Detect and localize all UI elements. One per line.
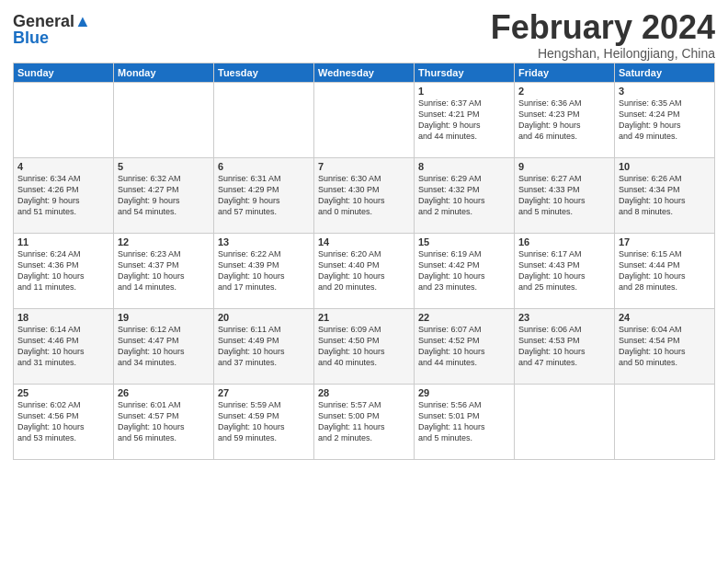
calendar-week-5: 25Sunrise: 6:02 AM Sunset: 4:56 PM Dayli… (14, 384, 715, 459)
day-number: 23 (518, 312, 610, 323)
calendar-container: General▲ Blue February 2024 Hengshan, He… (0, 0, 728, 465)
day-number: 26 (118, 387, 210, 398)
day-content: Sunrise: 6:27 AM Sunset: 4:33 PM Dayligh… (518, 173, 610, 218)
day-content: Sunrise: 6:04 AM Sunset: 4:54 PM Dayligh… (619, 324, 711, 369)
calendar-cell: 16Sunrise: 6:17 AM Sunset: 4:43 PM Dayli… (515, 233, 615, 308)
calendar-table: Sunday Monday Tuesday Wednesday Thursday… (13, 63, 715, 460)
day-content: Sunrise: 6:02 AM Sunset: 4:56 PM Dayligh… (17, 399, 109, 444)
calendar-cell (214, 82, 314, 157)
calendar-cell: 25Sunrise: 6:02 AM Sunset: 4:56 PM Dayli… (14, 384, 114, 459)
day-content: Sunrise: 6:15 AM Sunset: 4:44 PM Dayligh… (619, 248, 711, 293)
day-content: Sunrise: 5:56 AM Sunset: 5:01 PM Dayligh… (418, 399, 510, 444)
day-content: Sunrise: 6:34 AM Sunset: 4:26 PM Dayligh… (17, 173, 109, 218)
day-content: Sunrise: 6:23 AM Sunset: 4:37 PM Dayligh… (118, 248, 210, 293)
day-number: 13 (218, 236, 310, 247)
calendar-week-3: 11Sunrise: 6:24 AM Sunset: 4:36 PM Dayli… (14, 233, 715, 308)
calendar-cell: 18Sunrise: 6:14 AM Sunset: 4:46 PM Dayli… (14, 308, 114, 384)
day-number: 3 (619, 86, 711, 97)
calendar-cell (515, 384, 615, 459)
calendar-cell: 26Sunrise: 6:01 AM Sunset: 4:57 PM Dayli… (114, 384, 214, 459)
calendar-cell: 15Sunrise: 6:19 AM Sunset: 4:42 PM Dayli… (415, 233, 515, 308)
calendar-cell: 7Sunrise: 6:30 AM Sunset: 4:30 PM Daylig… (314, 157, 415, 233)
day-content: Sunrise: 6:01 AM Sunset: 4:57 PM Dayligh… (118, 399, 210, 444)
day-number: 1 (418, 86, 510, 97)
calendar-cell: 27Sunrise: 5:59 AM Sunset: 4:59 PM Dayli… (214, 384, 314, 459)
col-sunday: Sunday (14, 63, 114, 82)
day-number: 2 (518, 86, 610, 97)
calendar-cell: 9Sunrise: 6:27 AM Sunset: 4:33 PM Daylig… (515, 157, 615, 233)
calendar-cell: 28Sunrise: 5:57 AM Sunset: 5:00 PM Dayli… (314, 384, 415, 459)
calendar-cell: 2Sunrise: 6:36 AM Sunset: 4:23 PM Daylig… (515, 82, 615, 157)
day-number: 14 (318, 236, 410, 247)
calendar-cell: 10Sunrise: 6:26 AM Sunset: 4:34 PM Dayli… (615, 157, 715, 233)
calendar-cell: 23Sunrise: 6:06 AM Sunset: 4:53 PM Dayli… (515, 308, 615, 384)
day-number: 22 (418, 312, 510, 323)
day-number: 7 (318, 161, 410, 172)
calendar-cell: 13Sunrise: 6:22 AM Sunset: 4:39 PM Dayli… (214, 233, 314, 308)
col-thursday: Thursday (415, 63, 515, 82)
day-number: 12 (118, 236, 210, 247)
header: General▲ Blue February 2024 Hengshan, He… (13, 9, 715, 61)
calendar-cell: 1Sunrise: 6:37 AM Sunset: 4:21 PM Daylig… (415, 82, 515, 157)
day-content: Sunrise: 6:30 AM Sunset: 4:30 PM Dayligh… (318, 173, 410, 218)
col-saturday: Saturday (615, 63, 715, 82)
calendar-cell: 6Sunrise: 6:31 AM Sunset: 4:29 PM Daylig… (214, 157, 314, 233)
day-number: 8 (418, 161, 510, 172)
calendar-cell: 24Sunrise: 6:04 AM Sunset: 4:54 PM Dayli… (615, 308, 715, 384)
day-content: Sunrise: 5:59 AM Sunset: 4:59 PM Dayligh… (218, 399, 310, 444)
calendar-week-4: 18Sunrise: 6:14 AM Sunset: 4:46 PM Dayli… (14, 308, 715, 384)
calendar-cell (615, 384, 715, 459)
calendar-cell: 5Sunrise: 6:32 AM Sunset: 4:27 PM Daylig… (114, 157, 214, 233)
logo: General▲ Blue (13, 13, 91, 48)
day-number: 20 (218, 312, 310, 323)
col-wednesday: Wednesday (314, 63, 415, 82)
calendar-cell: 3Sunrise: 6:35 AM Sunset: 4:24 PM Daylig… (615, 82, 715, 157)
day-content: Sunrise: 6:17 AM Sunset: 4:43 PM Dayligh… (518, 248, 610, 293)
day-number: 24 (619, 312, 711, 323)
day-number: 29 (418, 387, 510, 398)
col-monday: Monday (114, 63, 214, 82)
title-block: February 2024 Hengshan, Heilongjiang, Ch… (491, 9, 715, 61)
day-number: 11 (17, 236, 109, 247)
day-content: Sunrise: 6:07 AM Sunset: 4:52 PM Dayligh… (418, 324, 510, 369)
col-friday: Friday (515, 63, 615, 82)
day-content: Sunrise: 6:11 AM Sunset: 4:49 PM Dayligh… (218, 324, 310, 369)
day-content: Sunrise: 6:32 AM Sunset: 4:27 PM Dayligh… (118, 173, 210, 218)
day-content: Sunrise: 6:22 AM Sunset: 4:39 PM Dayligh… (218, 248, 310, 293)
day-content: Sunrise: 6:37 AM Sunset: 4:21 PM Dayligh… (418, 98, 510, 143)
month-title: February 2024 (491, 9, 715, 46)
calendar-cell: 19Sunrise: 6:12 AM Sunset: 4:47 PM Dayli… (114, 308, 214, 384)
day-number: 17 (619, 236, 711, 247)
day-content: Sunrise: 6:20 AM Sunset: 4:40 PM Dayligh… (318, 248, 410, 293)
day-content: Sunrise: 6:31 AM Sunset: 4:29 PM Dayligh… (218, 173, 310, 218)
calendar-week-1: 1Sunrise: 6:37 AM Sunset: 4:21 PM Daylig… (14, 82, 715, 157)
logo-line2: Blue (13, 29, 91, 48)
calendar-cell: 21Sunrise: 6:09 AM Sunset: 4:50 PM Dayli… (314, 308, 415, 384)
day-content: Sunrise: 6:36 AM Sunset: 4:23 PM Dayligh… (518, 98, 610, 143)
day-number: 9 (518, 161, 610, 172)
day-number: 19 (118, 312, 210, 323)
calendar-cell: 17Sunrise: 6:15 AM Sunset: 4:44 PM Dayli… (615, 233, 715, 308)
day-content: Sunrise: 6:14 AM Sunset: 4:46 PM Dayligh… (17, 324, 109, 369)
day-number: 21 (318, 312, 410, 323)
day-number: 6 (218, 161, 310, 172)
calendar-cell: 20Sunrise: 6:11 AM Sunset: 4:49 PM Dayli… (214, 308, 314, 384)
day-content: Sunrise: 6:26 AM Sunset: 4:34 PM Dayligh… (619, 173, 711, 218)
day-number: 10 (619, 161, 711, 172)
day-content: Sunrise: 6:09 AM Sunset: 4:50 PM Dayligh… (318, 324, 410, 369)
calendar-cell: 14Sunrise: 6:20 AM Sunset: 4:40 PM Dayli… (314, 233, 415, 308)
day-content: Sunrise: 6:19 AM Sunset: 4:42 PM Dayligh… (418, 248, 510, 293)
day-number: 15 (418, 236, 510, 247)
day-number: 4 (17, 161, 109, 172)
day-number: 28 (318, 387, 410, 398)
calendar-cell: 22Sunrise: 6:07 AM Sunset: 4:52 PM Dayli… (415, 308, 515, 384)
day-number: 27 (218, 387, 310, 398)
calendar-cell: 4Sunrise: 6:34 AM Sunset: 4:26 PM Daylig… (14, 157, 114, 233)
subtitle: Hengshan, Heilongjiang, China (491, 46, 715, 61)
day-content: Sunrise: 6:35 AM Sunset: 4:24 PM Dayligh… (619, 98, 711, 143)
col-tuesday: Tuesday (214, 63, 314, 82)
day-number: 5 (118, 161, 210, 172)
header-row: Sunday Monday Tuesday Wednesday Thursday… (14, 63, 715, 82)
calendar-cell: 11Sunrise: 6:24 AM Sunset: 4:36 PM Dayli… (14, 233, 114, 308)
calendar-cell: 12Sunrise: 6:23 AM Sunset: 4:37 PM Dayli… (114, 233, 214, 308)
